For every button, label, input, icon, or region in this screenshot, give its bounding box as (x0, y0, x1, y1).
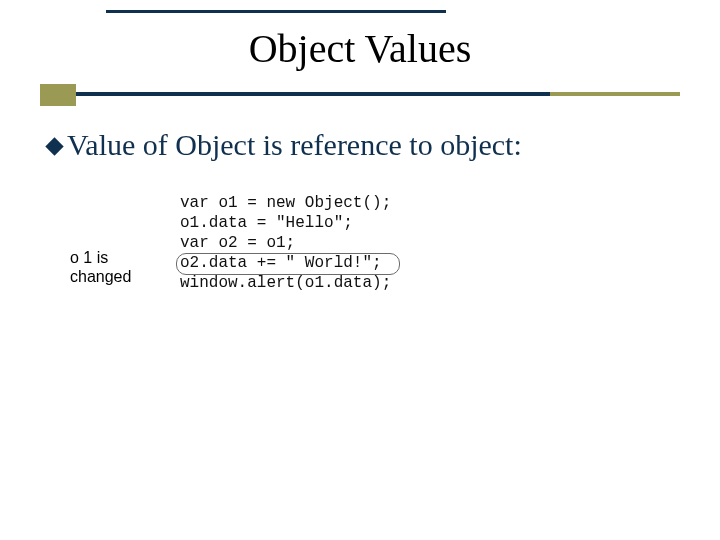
divider-main-line (76, 92, 550, 96)
code-block: var o1 = new Object(); o1.data = "Hello"… (180, 193, 391, 293)
code-line-5: window.alert(o1.data); (180, 274, 391, 292)
bullet-row: Value of Object is reference to object: (48, 128, 668, 162)
code-line-2: o1.data = "Hello"; (180, 214, 353, 232)
code-line-3: var o2 = o1; (180, 234, 295, 252)
annotation-line-2: changed (70, 268, 131, 285)
bullet-icon (45, 137, 63, 155)
top-rule (106, 10, 446, 13)
code-line-1: var o1 = new Object(); (180, 194, 391, 212)
annotation: o 1 is changed (70, 248, 160, 286)
code-line-4: o2.data += " World!"; (180, 254, 382, 272)
divider (40, 92, 680, 100)
bullet-text: Value of Object is reference to object: (67, 128, 522, 161)
divider-accent-line (550, 92, 680, 96)
divider-accent-box (40, 84, 76, 106)
annotation-line-1: o 1 is (70, 249, 108, 266)
slide: Object Values Value of Object is referen… (0, 0, 720, 540)
slide-title: Object Values (0, 25, 720, 72)
